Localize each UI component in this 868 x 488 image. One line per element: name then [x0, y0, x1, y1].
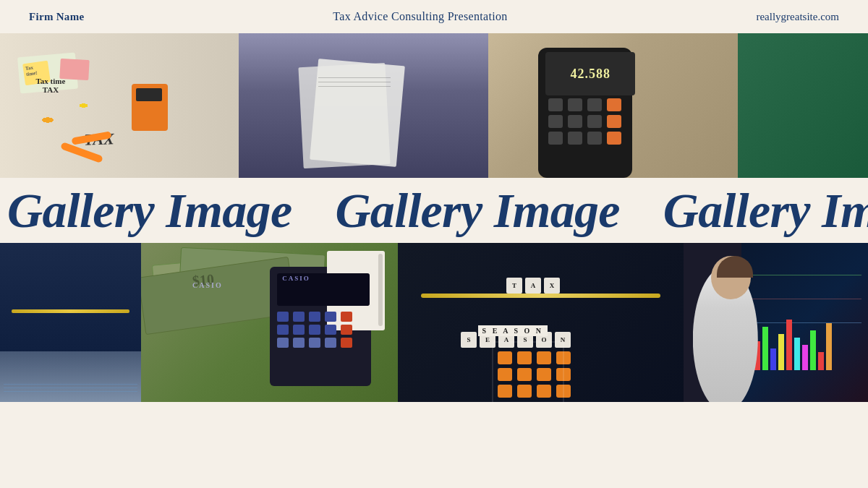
gallery-text-2: Gallery Image	[313, 182, 641, 239]
header: Firm Name Tax Advice Consulting Presenta…	[0, 0, 868, 33]
firm-name: Firm Name	[29, 11, 84, 23]
image-tax-desk: Taxtime! TAX	[0, 33, 239, 178]
image-pencils-dark	[0, 243, 141, 402]
image-man-screen	[684, 243, 868, 402]
website-url: reallygreatsite.com	[756, 11, 839, 23]
image-woman-papers	[239, 33, 488, 178]
image-green-partial	[738, 33, 868, 178]
gallery-text-3: Gallery Image	[642, 182, 868, 239]
image-calculator-money: $10 CASIO	[141, 243, 398, 402]
image-calculator-hands: 42.588	[488, 33, 738, 178]
top-image-row: Taxtime! TAX 42.588	[0, 33, 868, 178]
gallery-text-1: Gallery Image	[0, 182, 313, 239]
presentation-title: Tax Advice Consulting Presentation	[333, 10, 507, 23]
image-tax-season: T A X S E A S O N	[398, 243, 684, 402]
bottom-image-row: $10 CASIO	[0, 243, 868, 402]
gallery-text-row: Gallery Image Gallery Image Gallery Imag…	[0, 178, 868, 243]
